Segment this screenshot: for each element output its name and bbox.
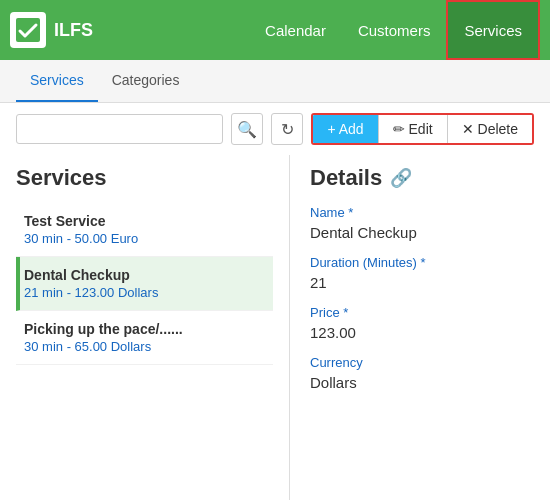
sub-nav: Services Categories [0,60,550,103]
field-label-0: Name * [310,205,530,220]
nav-customers[interactable]: Customers [342,0,447,60]
app-title: ILFS [54,20,93,41]
detail-field-3: Currency Dollars [310,355,530,391]
nav-services[interactable]: Services [446,0,540,60]
detail-field-0: Name * Dental Checkup [310,205,530,241]
top-nav: ILFS Calendar Customers Services [0,0,550,60]
field-value-0: Dental Checkup [310,224,530,241]
service-info-0: 30 min - 50.00 Euro [24,231,265,246]
tab-categories[interactable]: Categories [98,60,194,102]
field-label-1: Duration (Minutes) * [310,255,530,270]
field-value-3: Dollars [310,374,530,391]
action-buttons: + Add ✏ Edit ✕ Delete [311,113,534,145]
service-info-2: 30 min - 65.00 Dollars [24,339,265,354]
tab-services[interactable]: Services [16,60,98,102]
search-bar [16,114,223,144]
details-header: Details 🔗 [310,165,530,191]
service-name-2: Picking up the pace/...... [24,321,265,337]
details-panel: Details 🔗 Name * Dental Checkup Duration… [290,155,550,500]
field-label-2: Price * [310,305,530,320]
field-value-2: 123.00 [310,324,530,341]
logo-icon [10,12,46,48]
field-label-3: Currency [310,355,530,370]
services-title: Services [16,165,273,191]
field-value-1: 21 [310,274,530,291]
nav-calendar[interactable]: Calendar [249,0,342,60]
service-item-1[interactable]: Dental Checkup 21 min - 123.00 Dollars [16,257,273,311]
search-input[interactable] [16,114,223,144]
service-name-1: Dental Checkup [24,267,265,283]
nav-links: Calendar Customers Services [249,0,540,60]
delete-button[interactable]: ✕ Delete [448,115,532,143]
service-item-0[interactable]: Test Service 30 min - 50.00 Euro [16,203,273,257]
detail-field-2: Price * 123.00 [310,305,530,341]
details-title: Details [310,165,382,191]
service-name-0: Test Service [24,213,265,229]
search-button[interactable]: 🔍 [231,113,263,145]
service-item-2[interactable]: Picking up the pace/...... 30 min - 65.0… [16,311,273,365]
detail-field-1: Duration (Minutes) * 21 [310,255,530,291]
toolbar: 🔍 ↻ + Add ✏ Edit ✕ Delete [0,103,550,155]
add-button[interactable]: + Add [313,115,377,143]
app-logo: ILFS [10,12,93,48]
services-panel: Services Test Service 30 min - 50.00 Eur… [0,155,290,500]
link-icon: 🔗 [390,167,412,189]
main-content: Services Test Service 30 min - 50.00 Eur… [0,155,550,500]
edit-button[interactable]: ✏ Edit [378,115,448,143]
refresh-button[interactable]: ↻ [271,113,303,145]
service-info-1: 21 min - 123.00 Dollars [24,285,265,300]
